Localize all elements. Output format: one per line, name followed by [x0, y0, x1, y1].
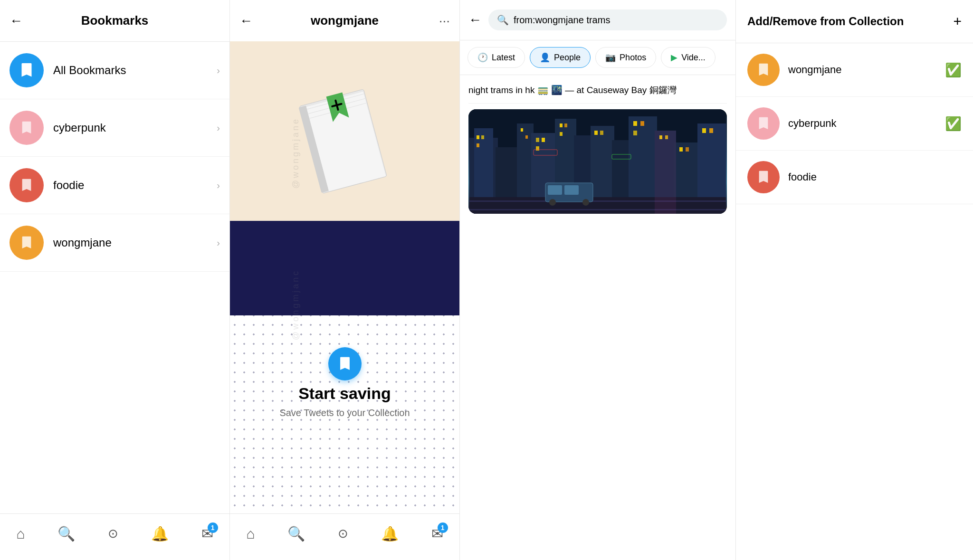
svg-rect-31: [542, 138, 545, 142]
check-icon-wongmjane: ✅: [945, 62, 962, 78]
svg-rect-25: [477, 135, 479, 139]
filter-photos[interactable]: 📷 Photos: [595, 47, 656, 68]
bookmark-item-wongmjane[interactable]: wongmjane ›: [0, 214, 229, 272]
messages-badge-2: 1: [438, 522, 448, 533]
svg-rect-32: [536, 146, 539, 151]
filter-people-label: People: [554, 53, 581, 63]
svg-point-54: [582, 199, 589, 206]
nav-spaces-1[interactable]: ⊙: [102, 522, 124, 545]
home-icon: ⌂: [16, 526, 25, 542]
nav-notifications-1[interactable]: 🔔: [145, 522, 174, 546]
collection-list: wongmjane ✅ cyberpunk ✅ foodie: [736, 43, 973, 560]
nav-spaces-2[interactable]: ⊙: [332, 522, 354, 545]
start-saving-area: Start saving Save Tweets to your Collect…: [230, 384, 459, 418]
svg-rect-49: [469, 209, 726, 210]
start-saving-title: Start saving: [230, 384, 459, 403]
search-bar[interactable]: 🔍 from:wongmjane trams: [488, 9, 727, 30]
collection-item-wongmjane[interactable]: wongmjane ✅: [736, 43, 973, 97]
collection-label-cyberpunk: cyberpunk: [788, 117, 945, 130]
collection-item-cyberpunk[interactable]: cyberpunk ✅: [736, 97, 973, 151]
bookmark-avatar-wongmjane: [10, 226, 44, 260]
bookmarks-title: Bookmarks: [81, 13, 149, 28]
bookmarks-back-button[interactable]: ←: [10, 13, 23, 28]
tweet-more-button[interactable]: ···: [439, 13, 450, 28]
camera-icon: 📷: [605, 52, 616, 63]
filter-latest[interactable]: 🕐 Latest: [467, 47, 525, 68]
result-tweet-text: night trams in hk 🚃 🌃 — at Causeway Bay …: [468, 75, 727, 104]
nav-messages-1[interactable]: ✉ 1: [196, 522, 219, 546]
svg-point-53: [549, 199, 556, 206]
spaces-icon: ⊙: [108, 526, 118, 541]
chevron-right-icon: ›: [217, 180, 220, 191]
add-to-collection-fab[interactable]: [328, 347, 362, 380]
collection-item-foodie[interactable]: foodie: [736, 151, 973, 204]
svg-rect-33: [560, 123, 563, 127]
svg-rect-46: [709, 128, 713, 133]
bookmarks-header: ← Bookmarks: [0, 0, 229, 42]
svg-rect-52: [564, 185, 579, 195]
collection-label-wongmjane: wongmjane: [788, 64, 945, 76]
nav-search-1[interactable]: 🔍: [52, 522, 81, 546]
svg-rect-39: [640, 121, 644, 126]
notifications-icon: 🔔: [151, 525, 169, 542]
bookmark-avatar-cyberpunk: [10, 111, 44, 145]
collection-add-button[interactable]: +: [953, 13, 962, 29]
video-icon: ▶: [671, 52, 677, 63]
collection-avatar-cyberpunk: [747, 107, 780, 140]
filter-videos-label: Vide...: [681, 53, 706, 63]
svg-rect-51: [548, 185, 562, 195]
bookmark-item-all[interactable]: All Bookmarks ›: [0, 42, 229, 99]
filter-photos-label: Photos: [620, 53, 646, 63]
tweet-panel: ← wongmjane ··· @wongmjane @wongmjanc: [230, 0, 460, 560]
svg-rect-36: [594, 131, 598, 135]
check-icon-cyberpunk: ✅: [945, 116, 962, 132]
tweet-header-title: wongmjane: [311, 13, 379, 28]
bookmark-item-foodie[interactable]: foodie ›: [0, 157, 229, 214]
tweet-back-button[interactable]: ←: [239, 13, 253, 28]
search-panel: ← 🔍 from:wongmjane trams 🕐 Latest 👤 Peop…: [460, 0, 735, 560]
svg-rect-40: [633, 131, 637, 135]
bookmark-avatar-all: [10, 53, 44, 87]
notifications-icon-2: 🔔: [381, 525, 399, 542]
dots-pattern: [230, 254, 459, 513]
nav-search-2[interactable]: 🔍: [282, 522, 311, 546]
bookmark-label-all: All Bookmarks: [53, 64, 217, 77]
collection-panel: Add/Remove from Collection + wongmjane ✅…: [735, 0, 973, 560]
svg-rect-30: [536, 138, 539, 142]
svg-rect-48: [469, 200, 726, 202]
svg-rect-35: [560, 132, 563, 136]
bookmark-item-cyberpunk[interactable]: cyberpunk ›: [0, 99, 229, 157]
city-image: [468, 109, 727, 214]
chevron-right-icon: ›: [217, 237, 220, 248]
search-icon: 🔍: [57, 525, 75, 542]
bookmark-list: All Bookmarks › cyberpunk › foodie ›: [0, 42, 229, 513]
nav-messages-2[interactable]: ✉ 1: [426, 522, 449, 546]
book-illustration: [283, 67, 407, 229]
nav-home-2[interactable]: ⌂: [240, 522, 260, 546]
collection-avatar-foodie: [747, 161, 780, 193]
search-filters: 🕐 Latest 👤 People 📷 Photos ▶ Vide...: [460, 40, 735, 75]
bottom-nav-1: ⌂ 🔍 ⊙ 🔔 ✉ 1: [0, 513, 229, 560]
tweet-illustration-area: @wongmjane @wongmjanc Start saving: [230, 41, 459, 513]
svg-rect-47: [469, 197, 726, 214]
svg-rect-28: [521, 128, 523, 132]
filter-people[interactable]: 👤 People: [530, 47, 591, 68]
clock-icon: 🕐: [477, 52, 488, 63]
search-header: ← 🔍 from:wongmjane trams: [460, 0, 735, 40]
bookmarks-panel: ← Bookmarks All Bookmarks › cyberpunk ›: [0, 0, 230, 560]
chevron-right-icon: ›: [217, 65, 220, 76]
messages-badge: 1: [208, 522, 218, 533]
nav-home-1[interactable]: ⌂: [10, 522, 30, 546]
search-query-text: from:wongmjane trams: [514, 15, 610, 26]
search-back-button[interactable]: ←: [468, 12, 482, 28]
tweet-header: ← wongmjane ···: [230, 0, 459, 41]
result-image[interactable]: [468, 109, 727, 214]
city-svg: [468, 109, 727, 214]
filter-videos[interactable]: ▶ Vide...: [661, 47, 715, 68]
bookmark-avatar-foodie: [10, 168, 44, 202]
svg-rect-29: [525, 135, 528, 139]
search-bar-icon: 🔍: [497, 14, 509, 26]
spaces-icon-2: ⊙: [338, 526, 348, 541]
chevron-right-icon: ›: [217, 123, 220, 133]
nav-notifications-2[interactable]: 🔔: [375, 522, 404, 546]
